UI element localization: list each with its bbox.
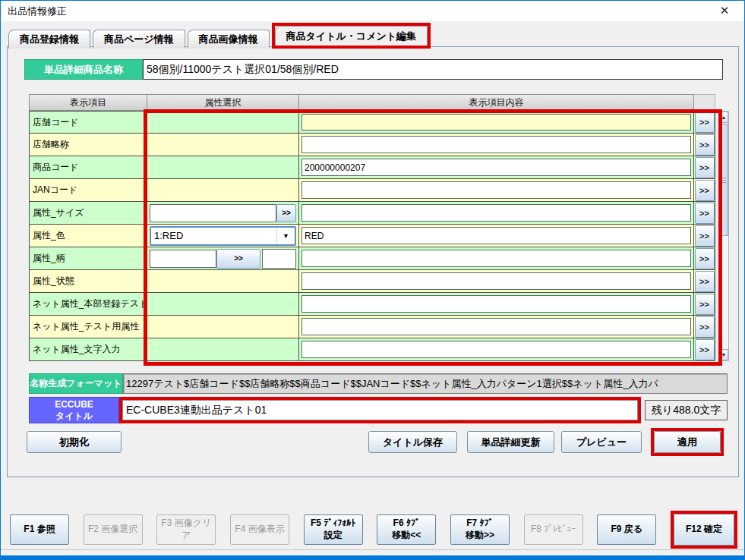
name-format-row: 名称生成フォーマット 12297テスト$店舗コード$$店舗略称$$商品コード$$…: [29, 373, 728, 394]
tab-1[interactable]: 商品ページ情報: [93, 30, 185, 49]
tab-3[interactable]: 商品タイトル・コメント編集: [275, 26, 428, 46]
product-name-input[interactable]: [143, 59, 723, 80]
row-label: 店舗コード: [29, 111, 147, 134]
scroll-up-icon[interactable]: ▲: [719, 112, 728, 123]
expand-cell: >>: [694, 270, 715, 293]
chevron-down-icon[interactable]: ▼: [276, 228, 295, 244]
expand-button[interactable]: >>: [695, 203, 715, 224]
action-button-group: タイトル保存 単品詳細更新 プレビュー 適用: [368, 431, 728, 453]
attr-select-cell: [147, 270, 299, 293]
expand-cell: >>: [694, 293, 715, 316]
fkey-f9[interactable]: F9 戻る: [597, 514, 656, 545]
name-format-label: 名称生成フォーマット: [29, 373, 123, 394]
red-highlight-active-tab: 商品タイトル・コメント編集: [272, 23, 431, 49]
item-content-input[interactable]: [301, 318, 691, 335]
save-title-button[interactable]: タイトル保存: [368, 431, 457, 453]
attr-select-cell: [147, 179, 299, 202]
expand-cell: >>: [694, 225, 715, 247]
item-content-input[interactable]: [301, 295, 691, 313]
expand-button[interactable]: >>: [695, 225, 715, 247]
attr-input[interactable]: [150, 204, 276, 222]
tab-bar: 商品登録情報商品ページ情報商品画像情報商品タイトル・コメント編集: [8, 26, 433, 49]
red-highlight-f12: F12 確定: [671, 511, 737, 549]
window-bottom-border: [1, 555, 744, 559]
attribute-table: 表示項目 属性選択 表示項目内容 店舗コード>>店舗略称>>商品コード>>JAN…: [29, 94, 731, 367]
attr-select-cell: [147, 156, 299, 179]
item-content-cell: [299, 225, 694, 247]
item-content-input[interactable]: [301, 181, 691, 199]
update-detail-button[interactable]: 単品詳細更新: [467, 431, 554, 453]
expand-button[interactable]: >>: [695, 112, 715, 133]
fkey-f3: F3 画像クリア: [156, 514, 216, 545]
item-content-cell: [299, 247, 694, 270]
apply-button[interactable]: 適用: [654, 431, 721, 453]
attr-select-button[interactable]: >>: [276, 204, 296, 222]
eccube-title-input[interactable]: [122, 400, 638, 420]
table-row: 店舗コード>>: [29, 111, 715, 134]
attr-select-cell: 1:RED▼: [147, 225, 299, 247]
tab-2[interactable]: 商品画像情報: [188, 30, 270, 49]
item-content-input[interactable]: [301, 114, 691, 131]
expand-button[interactable]: >>: [695, 271, 715, 292]
column-header-attr-select: 属性選択: [147, 94, 299, 111]
init-button[interactable]: 初期化: [27, 431, 122, 453]
expand-button[interactable]: >>: [695, 157, 715, 178]
attr-select-button[interactable]: >>: [216, 249, 260, 269]
fkey-f1[interactable]: F1 参照: [10, 514, 69, 545]
fkey-f7[interactable]: F7 ﾀﾌﾞ 移動>>: [450, 514, 510, 545]
table-row: 属性_サイズ>>>>: [29, 202, 715, 225]
column-header-blank: [694, 94, 715, 111]
fkey-f5[interactable]: F5 ﾃﾞｨﾌｫﾙﾄ 設定: [304, 514, 363, 545]
column-header-item-content: 表示項目内容: [299, 94, 694, 111]
item-content-input[interactable]: [301, 159, 691, 176]
expand-button[interactable]: >>: [695, 180, 715, 201]
row-label: ネット属性_本部登録テスト: [29, 293, 147, 316]
table-row: ネット属性_テスト用属性>>: [29, 316, 715, 338]
attr-input[interactable]: [150, 250, 216, 268]
row-label: 属性_色: [29, 225, 147, 247]
scrollbar-thumb[interactable]: [719, 124, 728, 236]
expand-button[interactable]: >>: [695, 316, 715, 338]
attr-select-cell: [147, 134, 299, 156]
table-row: JANコード>>: [29, 179, 715, 202]
row-label: ネット属性_文字入力: [29, 338, 147, 361]
eccube-title-label: ECCUBE タイトル: [29, 397, 119, 423]
item-content-cell: [299, 156, 694, 179]
item-content-input[interactable]: [301, 204, 691, 222]
tab-0[interactable]: 商品登録情報: [8, 30, 90, 49]
expand-button[interactable]: >>: [695, 339, 715, 360]
item-content-input[interactable]: [301, 250, 691, 267]
table-row: ネット属性_本部登録テスト>>: [29, 293, 715, 316]
expand-button[interactable]: >>: [695, 294, 715, 315]
row-label: ネット属性_テスト用属性: [29, 316, 147, 338]
red-highlight-apply: 適用: [651, 428, 724, 456]
item-content-input[interactable]: [301, 341, 691, 358]
preview-button[interactable]: プレビュー: [561, 431, 642, 453]
item-content-cell: [299, 270, 694, 293]
dialog-window: 出品情報修正 ✕ 商品登録情報商品ページ情報商品画像情報商品タイトル・コメント編…: [0, 0, 745, 560]
item-content-cell: [299, 134, 694, 156]
table-row: 商品コード>>: [29, 156, 715, 179]
fkey-f12[interactable]: F12 確定: [674, 514, 734, 546]
item-content-cell: [299, 338, 694, 361]
expand-cell: >>: [694, 111, 715, 134]
expand-button[interactable]: >>: [695, 248, 715, 269]
function-key-bar: F1 参照F2 画像選択F3 画像クリアF4 画像表示F5 ﾃﾞｨﾌｫﾙﾄ 設定…: [1, 509, 745, 550]
vertical-scrollbar[interactable]: ▲ ▼: [718, 111, 729, 361]
expand-cell: >>: [694, 202, 715, 225]
item-content-input[interactable]: [301, 227, 691, 244]
item-content-cell: [299, 202, 694, 225]
row-label: 属性_柄: [29, 247, 147, 270]
fkey-f6[interactable]: F6 ﾀﾌﾞ 移動<<: [377, 514, 436, 545]
expand-cell: >>: [694, 156, 715, 179]
scroll-down-icon[interactable]: ▼: [719, 349, 728, 360]
expand-button[interactable]: >>: [695, 134, 715, 156]
item-content-input[interactable]: [301, 272, 691, 290]
fkey-f2: F2 画像選択: [84, 514, 143, 545]
table-row: 属性_色1:RED▼>>: [29, 225, 715, 247]
product-name-row: 単品詳細商品名称: [24, 59, 723, 80]
row-label: JANコード: [29, 179, 147, 202]
item-content-input[interactable]: [301, 136, 691, 153]
color-combobox[interactable]: 1:RED▼: [150, 226, 296, 246]
close-icon[interactable]: ✕: [709, 1, 740, 20]
